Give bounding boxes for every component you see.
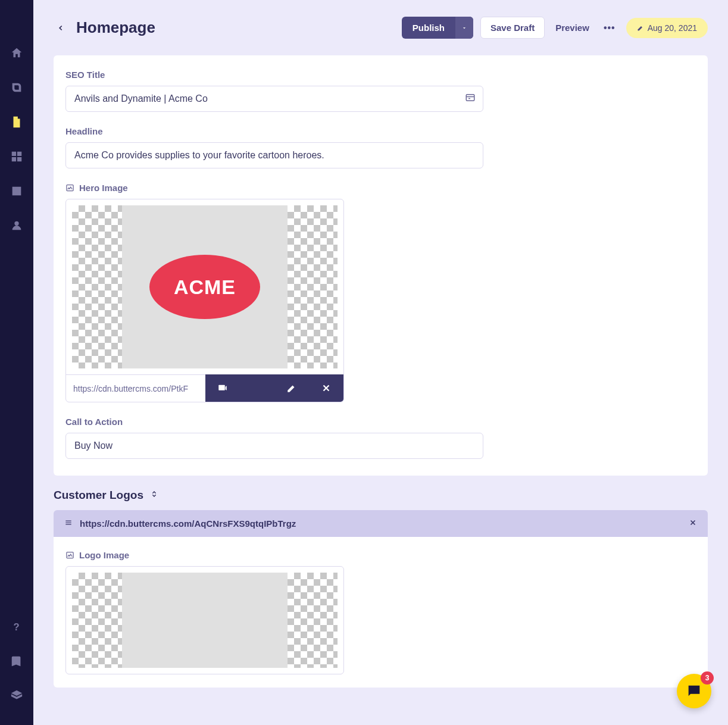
seo-title-label: SEO Title — [65, 70, 696, 80]
svg-rect-3 — [218, 385, 225, 390]
publish-button-group: Publish — [402, 17, 473, 39]
headline-label: Headline — [65, 126, 696, 136]
close-icon — [689, 518, 697, 527]
publish-dropdown[interactable] — [455, 17, 473, 39]
edit-image-button[interactable] — [274, 374, 309, 402]
sidebar-bottom: ? — [0, 610, 33, 713]
book-icon — [10, 655, 23, 668]
image-icon — [65, 183, 74, 192]
checker-right — [288, 205, 338, 368]
grid-icon — [10, 150, 23, 163]
date-label: Aug 20, 2021 — [648, 23, 697, 33]
nav-pages[interactable] — [0, 105, 33, 139]
logo-image-preview — [65, 566, 344, 674]
header-actions: Publish Save Draft Preview ••• Aug 20, 2… — [402, 17, 708, 39]
hero-image-canvas: ACME — [72, 205, 338, 368]
repeater-body: Logo Image — [54, 537, 708, 688]
page-title: Homepage — [76, 18, 155, 37]
image-toolbar: https://cdn.buttercms.com/PtkF — [66, 374, 343, 402]
page-header: Homepage Publish Save Draft Preview ••• … — [54, 17, 708, 39]
checker-left — [72, 573, 122, 668]
image-icon — [10, 185, 23, 198]
chat-widget[interactable]: 3 — [677, 674, 711, 708]
logo-image-canvas — [72, 573, 338, 668]
nav-users[interactable] — [0, 208, 33, 243]
date-badge: Aug 20, 2021 — [626, 18, 708, 38]
cta-field: Call to Action Buy Now — [65, 417, 696, 459]
main-fields-card: SEO Title Anvils and Dynamite | Acme Co … — [54, 55, 708, 476]
help-icon: ? — [10, 620, 23, 633]
chat-badge: 3 — [701, 671, 714, 685]
image-icon — [65, 551, 74, 560]
repeater-header: https://cdn.buttercms.com/AqCNrsFXS9qtqI… — [54, 510, 708, 537]
preview-button[interactable]: Preview — [552, 17, 593, 38]
checker-left — [72, 205, 122, 368]
replace-image-button[interactable] — [205, 374, 240, 402]
blog-icon — [10, 81, 23, 94]
nav-stack[interactable] — [0, 679, 33, 713]
svg-rect-1 — [466, 95, 474, 101]
remove-repeater-button[interactable] — [689, 518, 697, 529]
image-actions — [205, 374, 343, 402]
nav-docs[interactable] — [0, 644, 33, 679]
seo-card-icon — [465, 92, 476, 105]
image-url-input[interactable]: https://cdn.buttercms.com/PtkF — [66, 374, 205, 402]
save-draft-button[interactable]: Save Draft — [480, 17, 545, 39]
publish-button[interactable]: Publish — [402, 17, 455, 39]
download-image-button[interactable] — [240, 374, 274, 402]
checker-right — [288, 573, 338, 668]
more-button[interactable]: ••• — [600, 19, 619, 37]
main-content: Homepage Publish Save Draft Preview ••• … — [33, 0, 728, 725]
nav-home[interactable] — [0, 36, 33, 70]
edit-icon — [286, 383, 297, 393]
caret-down-icon — [461, 25, 467, 31]
image-swap-icon — [217, 383, 228, 393]
seo-title-field: SEO Title Anvils and Dynamite | Acme Co — [65, 70, 696, 112]
seo-title-input[interactable]: Anvils and Dynamite | Acme Co — [65, 86, 483, 112]
hero-image-field: Hero Image ACME https://cdn.buttercms.co… — [65, 183, 696, 402]
drag-handle[interactable] — [64, 518, 73, 529]
nav-blog[interactable] — [0, 70, 33, 105]
reorder-button[interactable] — [149, 489, 159, 502]
cta-label: Call to Action — [65, 417, 696, 427]
headline-input[interactable]: Acme Co provides supplies to your favori… — [65, 142, 483, 168]
svg-text:?: ? — [14, 621, 20, 632]
nav-help[interactable]: ? — [0, 610, 33, 644]
page-icon — [10, 115, 23, 129]
nav-collections[interactable] — [0, 139, 33, 174]
hero-image-preview: ACME https://cdn.buttercms.com/PtkF — [65, 199, 344, 402]
back-button[interactable] — [54, 21, 68, 35]
users-icon — [10, 219, 23, 232]
hero-image-label: Hero Image — [65, 183, 696, 193]
close-icon — [321, 383, 332, 393]
sidebar: ? — [0, 0, 33, 725]
customer-logo-item: https://cdn.buttercms.com/AqCNrsFXS9qtqI… — [54, 510, 708, 688]
customer-logos-title: Customer Logos — [54, 489, 708, 502]
pencil-icon — [637, 24, 644, 32]
remove-image-button[interactable] — [309, 374, 343, 402]
stack-icon — [10, 689, 23, 702]
nav-media[interactable] — [0, 174, 33, 208]
acme-logo: ACME — [149, 255, 260, 319]
home-icon — [10, 46, 23, 60]
drag-icon — [64, 518, 73, 527]
chevron-left-icon — [57, 24, 65, 32]
chat-icon — [686, 683, 702, 699]
repeater-url: https://cdn.buttercms.com/AqCNrsFXS9qtqI… — [80, 518, 296, 529]
logo-image-label: Logo Image — [65, 550, 696, 560]
download-icon — [252, 383, 263, 393]
cta-input[interactable]: Buy Now — [65, 433, 483, 459]
headline-field: Headline Acme Co provides supplies to yo… — [65, 126, 696, 168]
sort-icon — [149, 489, 159, 499]
